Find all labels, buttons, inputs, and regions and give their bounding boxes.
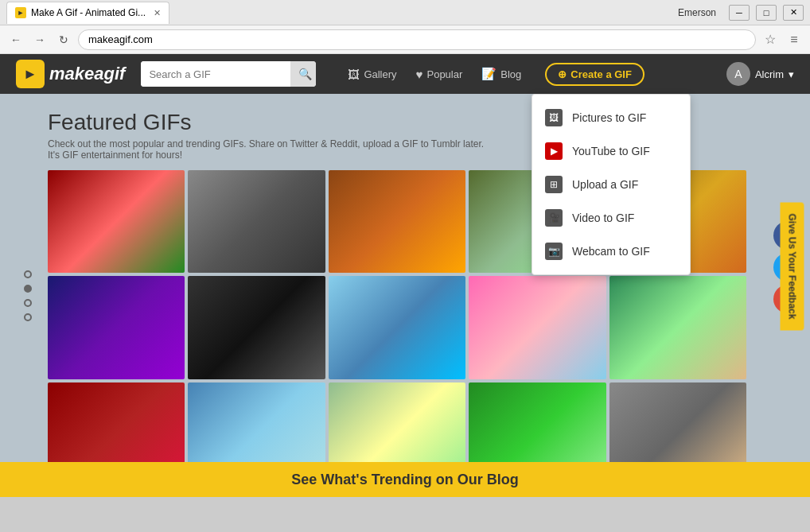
footer-text: See What's Trending on Our Blog — [291, 472, 518, 488]
user-menu[interactable]: A Alcrim ▾ — [726, 62, 794, 86]
search-box: 🔍 — [141, 61, 316, 87]
logo[interactable]: ► makeagif — [16, 60, 125, 88]
blog-link[interactable]: 📝 Blog — [473, 62, 529, 86]
logo-icon: ► — [16, 60, 45, 88]
avatar: A — [726, 62, 750, 86]
pictures-icon: 🖼 — [545, 109, 563, 126]
gallery-icon: 🖼 — [348, 68, 360, 81]
popular-link[interactable]: ♥ Popular — [408, 63, 471, 86]
carousel-indicators — [24, 270, 32, 321]
forward-button[interactable]: → — [30, 30, 49, 49]
address-input[interactable] — [78, 29, 756, 50]
browser-tab[interactable]: ► Make A Gif - Animated Gi... ✕ — [6, 2, 169, 24]
gif-item[interactable] — [329, 276, 465, 379]
chevron-down-icon: ▾ — [789, 68, 794, 80]
create-label: Create a GIF — [571, 68, 632, 80]
tab-favicon: ► — [15, 7, 26, 18]
address-bar: ← → ↻ ☆ ≡ — [0, 25, 810, 54]
logo-text: makeagif — [49, 64, 125, 84]
gif-item[interactable] — [329, 170, 465, 273]
pictures-to-gif-item[interactable]: 🖼 Pictures to GIF — [532, 101, 690, 134]
popular-label: Popular — [426, 68, 462, 80]
search-button[interactable]: 🔍 — [290, 61, 316, 87]
refresh-button[interactable]: ↻ — [54, 30, 73, 49]
upload-gif-label: Upload a GIF — [572, 178, 638, 191]
title-bar: ► Make A Gif - Animated Gi... ✕ Emerson … — [0, 0, 810, 25]
gallery-link[interactable]: 🖼 Gallery — [340, 63, 404, 86]
gif-item[interactable] — [469, 276, 606, 379]
webcam-icon: 📷 — [545, 243, 563, 260]
upload-icon: ⊞ — [545, 176, 563, 193]
dot-2[interactable] — [24, 285, 32, 293]
title-bar-left: ► Make A Gif - Animated Gi... ✕ — [6, 2, 169, 24]
upload-gif-item[interactable]: ⊞ Upload a GIF — [532, 168, 690, 201]
blog-icon: 📝 — [481, 67, 497, 81]
tab-title: Make A Gif - Animated Gi... — [31, 7, 146, 18]
gallery-label: Gallery — [364, 68, 396, 80]
video-icon: 🎥 — [545, 209, 563, 227]
tab-close-button[interactable]: ✕ — [154, 8, 161, 18]
maximize-button[interactable]: □ — [756, 5, 777, 21]
browser-menu-button[interactable]: ≡ — [785, 30, 804, 49]
webcam-to-gif-item[interactable]: 📷 Webcam to GIF — [532, 235, 690, 268]
site-header: ► makeagif 🔍 🖼 Gallery ♥ Popular 📝 Blog … — [0, 54, 810, 94]
webcam-to-gif-label: Webcam to GIF — [572, 245, 650, 258]
pictures-to-gif-label: Pictures to GIF — [572, 111, 646, 124]
blog-label: Blog — [500, 68, 521, 80]
username-label: Alcrim — [755, 68, 784, 80]
gif-item[interactable] — [48, 170, 185, 273]
footer-bar[interactable]: See What's Trending on Our Blog — [0, 462, 810, 497]
nav-links: 🖼 Gallery ♥ Popular 📝 Blog — [340, 62, 529, 86]
gif-item[interactable] — [609, 276, 746, 379]
dot-3[interactable] — [24, 299, 32, 307]
youtube-icon: ▶ — [545, 142, 563, 160]
search-input[interactable] — [141, 61, 290, 87]
featured-desc: Check out the most popular and trending … — [48, 138, 493, 161]
video-to-gif-item[interactable]: 🎥 Video to GIF — [532, 201, 690, 235]
feedback-tab[interactable]: Give Us Your Feedback — [781, 202, 804, 330]
gif-item[interactable] — [48, 276, 185, 379]
heart-icon: ♥ — [416, 68, 423, 81]
create-gif-button[interactable]: ⊕ Create a GIF — [545, 63, 644, 86]
bookmark-button[interactable]: ☆ — [761, 30, 780, 49]
youtube-to-gif-item[interactable]: ▶ YouTube to GIF — [532, 134, 690, 168]
dot-1[interactable] — [24, 270, 32, 278]
back-button[interactable]: ← — [6, 30, 25, 49]
create-dropdown: 🖼 Pictures to GIF ▶ YouTube to GIF ⊞ Upl… — [532, 94, 691, 275]
minimize-button[interactable]: ─ — [729, 5, 750, 21]
youtube-to-gif-label: YouTube to GIF — [572, 145, 650, 157]
close-button[interactable]: ✕ — [783, 5, 804, 21]
title-bar-user: Emerson — [678, 7, 716, 18]
video-to-gif-label: Video to GIF — [572, 212, 634, 224]
dot-4[interactable] — [24, 313, 32, 321]
create-icon: ⊕ — [558, 68, 567, 80]
gif-item[interactable] — [188, 170, 325, 273]
gif-item[interactable] — [188, 276, 325, 379]
